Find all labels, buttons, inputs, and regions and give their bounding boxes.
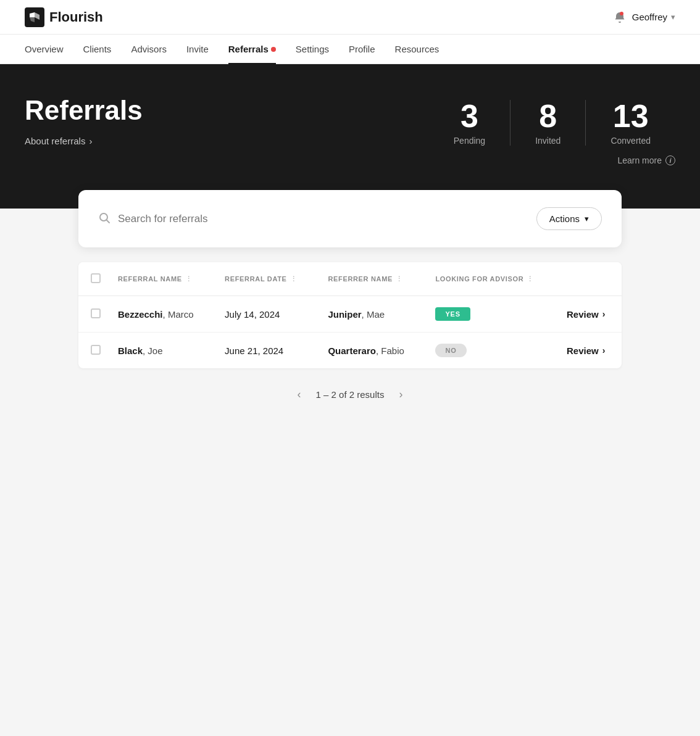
col-referral-name-label: REFERRAL NAME [118, 275, 182, 283]
about-referrals-link[interactable]: About referrals › [25, 136, 143, 146]
page-title: Referrals [25, 95, 143, 126]
nav-item-clients[interactable]: Clients [83, 35, 112, 64]
nav-label-clients: Clients [83, 44, 112, 54]
table-header-row: REFERRAL NAME ⋮ REFERRAL DATE ⋮ REFERRER… [78, 262, 622, 296]
search-input-wrap [98, 212, 536, 226]
logo-text: Flourish [49, 9, 103, 25]
nav-item-advisors[interactable]: Advisors [131, 35, 167, 64]
referrer-name-cell: Juniper, Mae [315, 296, 423, 333]
about-referrals-label: About referrals [25, 136, 85, 146]
pagination: ‹ 1 – 2 of 2 results › [0, 386, 700, 428]
referral-date: June 21, 2024 [225, 345, 283, 356]
chevron-down-icon: ▾ [585, 214, 589, 223]
referrer-last-name: Quarteraro [328, 345, 376, 356]
stat-converted-number: 13 [610, 100, 651, 132]
hero-section: Referrals About referrals › 3 Pending 8 … [0, 64, 700, 209]
stat-invited-label: Invited [535, 136, 560, 146]
referral-last-name: Black [118, 345, 143, 356]
nav-item-invite[interactable]: Invite [186, 35, 209, 64]
select-all-cell[interactable] [78, 262, 106, 296]
nav-item-resources[interactable]: Resources [395, 35, 440, 64]
nav-label-referrals: Referrals [228, 44, 269, 54]
referrer-last-name: Juniper [328, 309, 361, 320]
referrals-table: REFERRAL NAME ⋮ REFERRAL DATE ⋮ REFERRER… [78, 262, 622, 368]
advisor-badge-yes: YES [435, 307, 470, 321]
about-referrals-arrow-icon: › [89, 136, 92, 146]
table-section: REFERRAL NAME ⋮ REFERRAL DATE ⋮ REFERRER… [54, 262, 646, 368]
sort-referral-date-icon: ⋮ [290, 275, 298, 283]
nav-label-settings: Settings [296, 44, 329, 54]
next-page-icon: › [399, 388, 402, 400]
nav-label-overview: Overview [25, 44, 64, 54]
col-referrer-name[interactable]: REFERRER NAME ⋮ [315, 262, 423, 296]
hero-stats: 3 Pending 8 Invited 13 Converted [454, 100, 675, 146]
actions-button[interactable]: Actions ▾ [536, 207, 602, 230]
review-cell[interactable]: Review › [554, 296, 622, 333]
user-menu[interactable]: Geoffrey ▾ [614, 11, 675, 23]
referral-date-cell: July 14, 2024 [212, 296, 315, 333]
prev-page-icon: ‹ [298, 388, 301, 400]
next-page-button[interactable]: › [394, 386, 407, 403]
review-label: Review [567, 345, 599, 356]
review-button[interactable]: Review › [567, 309, 605, 320]
nav-item-referrals[interactable]: Referrals [228, 35, 276, 64]
review-cell[interactable]: Review › [554, 333, 622, 369]
search-section: Actions ▾ [54, 190, 646, 247]
flourish-logo-icon [25, 7, 44, 27]
review-label: Review [567, 309, 599, 320]
nav-item-overview[interactable]: Overview [25, 35, 64, 64]
col-referral-date[interactable]: REFERRAL DATE ⋮ [212, 262, 315, 296]
advisor-badge-cell: NO [423, 333, 554, 369]
table-row: Black, Joe June 21, 2024 Quarteraro, Fab… [78, 333, 622, 369]
review-button[interactable]: Review › [567, 345, 605, 356]
sort-looking-for-advisor-icon: ⋮ [527, 275, 534, 283]
review-arrow-icon: › [602, 345, 606, 355]
referrer-first-name: , Mae [362, 309, 385, 320]
nav-label-invite: Invite [186, 44, 209, 54]
row-checkbox-cell[interactable] [78, 296, 106, 333]
select-all-checkbox[interactable] [91, 273, 101, 283]
stat-pending: 3 Pending [454, 100, 510, 146]
search-icon [98, 212, 110, 226]
nav-label-resources: Resources [395, 44, 440, 54]
referral-name-cell: Bezzecchi, Marco [106, 296, 212, 333]
col-actions [554, 262, 622, 296]
nav-label-profile: Profile [349, 44, 375, 54]
nav-item-profile[interactable]: Profile [349, 35, 375, 64]
referral-first-name: , Joe [143, 345, 163, 356]
stat-converted-label: Converted [610, 136, 651, 146]
info-icon: i [665, 155, 675, 165]
learn-more-label: Learn more [617, 155, 662, 165]
svg-point-1 [620, 12, 623, 15]
review-arrow-icon: › [602, 309, 606, 319]
stat-converted: 13 Converted [586, 100, 675, 146]
pagination-summary: 1 – 2 of 2 results [316, 389, 385, 400]
stat-pending-number: 3 [454, 100, 485, 132]
user-name: Geoffrey [632, 12, 667, 22]
col-looking-for-advisor[interactable]: LOOKING FOR ADVISOR ⋮ [423, 262, 554, 296]
referral-last-name: Bezzecchi [118, 309, 163, 320]
row-checkbox[interactable] [91, 345, 101, 355]
row-checkbox-cell[interactable] [78, 333, 106, 369]
col-looking-for-advisor-label: LOOKING FOR ADVISOR [435, 275, 523, 283]
prev-page-button[interactable]: ‹ [293, 386, 306, 403]
search-input[interactable] [118, 213, 536, 225]
referrals-badge [271, 47, 276, 52]
logo[interactable]: Flourish [25, 7, 103, 27]
sort-referral-name-icon: ⋮ [185, 275, 193, 283]
stat-pending-label: Pending [454, 136, 485, 146]
stat-invited: 8 Invited [510, 100, 586, 146]
learn-more-link[interactable]: Learn more i [617, 155, 675, 165]
nav-item-settings[interactable]: Settings [296, 35, 329, 64]
col-referral-name[interactable]: REFERRAL NAME ⋮ [106, 262, 212, 296]
svg-point-2 [100, 213, 107, 221]
hero-left: Referrals About referrals › [25, 95, 143, 146]
stat-invited-number: 8 [535, 100, 560, 132]
row-checkbox[interactable] [91, 308, 101, 318]
col-referrer-name-label: REFERRER NAME [328, 275, 393, 283]
nav-label-advisors: Advisors [131, 44, 167, 54]
top-bar: Flourish Geoffrey ▾ [0, 0, 700, 35]
advisor-badge-no: NO [435, 344, 466, 357]
advisor-badge-cell: YES [423, 296, 554, 333]
referrer-first-name: , Fabio [376, 345, 404, 356]
